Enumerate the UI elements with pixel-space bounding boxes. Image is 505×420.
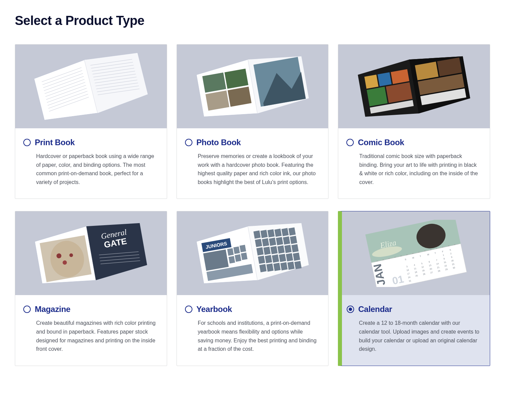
- product-grid: Print Book Hardcover or paperback book u…: [15, 44, 490, 366]
- svg-rect-102: [294, 261, 302, 269]
- svg-rect-85: [256, 247, 264, 255]
- card-magazine[interactable]: General GATE Magazine Create: [15, 211, 167, 366]
- svg-rect-67: [227, 248, 234, 256]
- product-image-magazine: General GATE: [15, 211, 167, 295]
- radio-icon: [346, 139, 354, 146]
- card-header: Calendar: [347, 305, 480, 314]
- svg-rect-68: [233, 246, 240, 254]
- svg-rect-88: [277, 245, 285, 254]
- card-yearbook[interactable]: JUNIORS: [177, 211, 329, 366]
- card-title-calendar: Calendar: [358, 305, 392, 314]
- svg-rect-100: [280, 262, 288, 270]
- radio-icon: [23, 306, 31, 313]
- svg-rect-90: [291, 244, 299, 252]
- svg-rect-73: [253, 231, 261, 239]
- svg-rect-97: [259, 264, 267, 272]
- svg-rect-76: [274, 229, 282, 237]
- radio-icon: [185, 306, 192, 313]
- svg-rect-93: [272, 255, 279, 263]
- card-body: Print Book Hardcover or paperback book u…: [15, 128, 167, 199]
- card-desc-magazine: Create beautiful magazines with rich col…: [23, 319, 157, 353]
- svg-rect-99: [273, 263, 281, 271]
- card-title-print-book: Print Book: [35, 138, 75, 147]
- svg-rect-37: [378, 72, 392, 86]
- card-body: Magazine Create beautiful magazines with…: [15, 295, 167, 365]
- svg-rect-83: [283, 236, 290, 244]
- svg-rect-95: [286, 253, 293, 261]
- radio-icon: [23, 139, 31, 146]
- svg-rect-39: [367, 87, 388, 106]
- svg-rect-70: [229, 256, 235, 263]
- card-desc-comic-book: Traditional comic book size with paperba…: [346, 152, 480, 186]
- card-desc-photo-book: Preserve memories or create a lookbook o…: [185, 152, 319, 186]
- radio-icon: [185, 139, 192, 146]
- svg-rect-87: [270, 246, 278, 254]
- svg-rect-81: [269, 238, 276, 246]
- card-title-magazine: Magazine: [35, 305, 71, 314]
- card-desc-print-book: Hardcover or paperback book using a wide…: [23, 152, 157, 186]
- card-body: Calendar Create a 12 to 18-month calenda…: [342, 295, 490, 365]
- card-print-book[interactable]: Print Book Hardcover or paperback book u…: [15, 44, 167, 199]
- card-title-comic-book: Comic Book: [358, 138, 404, 147]
- card-body: Comic Book Traditional comic book size w…: [338, 128, 490, 199]
- svg-rect-98: [266, 263, 274, 271]
- svg-rect-82: [276, 237, 283, 245]
- svg-rect-74: [260, 230, 268, 238]
- svg-rect-92: [265, 255, 272, 263]
- card-body: Photo Book Preserve memories or create a…: [177, 128, 328, 199]
- product-image-photo-book: [177, 45, 328, 128]
- svg-rect-101: [287, 262, 295, 270]
- card-header: Magazine: [23, 305, 157, 314]
- product-image-print-book: [15, 45, 167, 128]
- svg-rect-69: [239, 245, 246, 252]
- svg-rect-71: [235, 254, 241, 262]
- svg-rect-84: [290, 236, 297, 244]
- card-desc-yearbook: For schools and institutions, a print-on…: [185, 319, 319, 353]
- card-header: Print Book: [23, 138, 157, 147]
- radio-icon-checked: [347, 306, 354, 313]
- svg-rect-77: [281, 228, 289, 236]
- card-comic-book[interactable]: Comic Book Traditional comic book size w…: [338, 44, 490, 199]
- card-header: Photo Book: [185, 138, 319, 147]
- product-image-calendar: Eliza JAN 01 SMTWTFS 12 3456789 101112: [342, 211, 490, 295]
- page-title: Select a Product Type: [15, 14, 490, 28]
- card-body: Yearbook For schools and institutions, a…: [177, 295, 328, 365]
- svg-rect-78: [288, 228, 296, 236]
- svg-rect-94: [279, 254, 286, 262]
- product-image-yearbook: JUNIORS: [177, 211, 328, 295]
- card-header: Yearbook: [185, 305, 319, 314]
- card-title-yearbook: Yearbook: [196, 305, 232, 314]
- svg-rect-80: [262, 238, 269, 246]
- svg-rect-96: [293, 253, 300, 261]
- svg-rect-89: [284, 245, 292, 253]
- svg-rect-91: [258, 256, 265, 264]
- svg-rect-86: [263, 247, 271, 255]
- svg-rect-36: [365, 75, 379, 89]
- svg-rect-72: [241, 253, 247, 260]
- svg-text:01: 01: [391, 273, 404, 287]
- card-header: Comic Book: [346, 138, 480, 147]
- card-desc-calendar: Create a 12 to 18-month calendar with ou…: [347, 319, 480, 353]
- card-title-photo-book: Photo Book: [196, 138, 241, 147]
- card-photo-book[interactable]: Photo Book Preserve memories or create a…: [177, 44, 329, 199]
- svg-rect-75: [267, 229, 275, 237]
- product-image-comic-book: [338, 45, 490, 128]
- svg-rect-79: [255, 239, 262, 247]
- card-calendar[interactable]: Eliza JAN 01 SMTWTFS 12 3456789 101112: [338, 211, 490, 366]
